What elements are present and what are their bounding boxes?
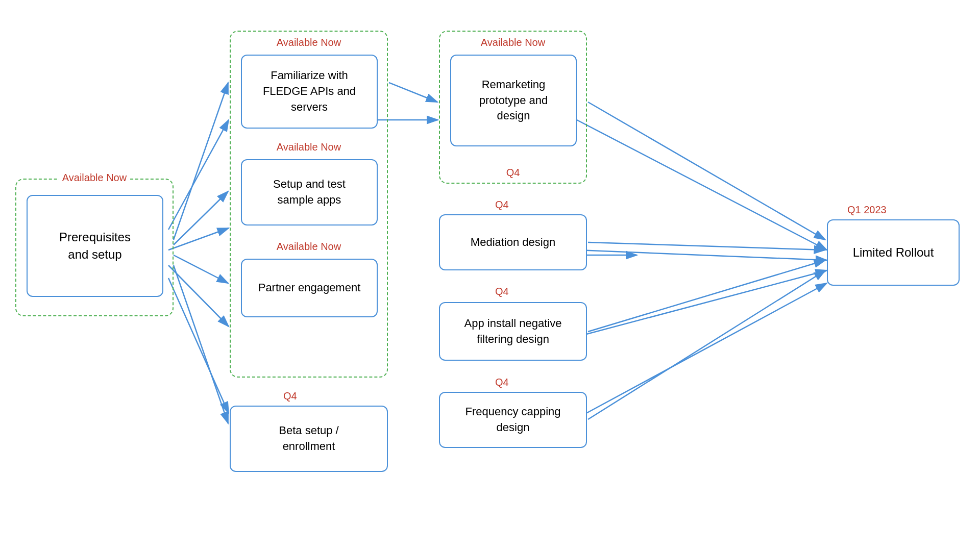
partner-status-label: Available Now bbox=[277, 241, 341, 253]
remarketing-node: Remarketing prototype and design bbox=[450, 55, 577, 146]
limited-rollout-node: Limited Rollout bbox=[827, 219, 960, 286]
mediation-q4-label: Q4 bbox=[495, 199, 509, 211]
remarketing-q4-label: Q4 bbox=[506, 167, 520, 179]
svg-line-20 bbox=[588, 270, 825, 419]
app-install-node: App install negative filtering design bbox=[439, 302, 587, 361]
remarketing-container: Available Now Remarketing prototype and … bbox=[439, 31, 587, 184]
svg-line-13 bbox=[174, 191, 228, 245]
mediation-node: Mediation design bbox=[439, 214, 587, 270]
remarketing-status-label: Available Now bbox=[481, 37, 545, 48]
frequency-node: Frequency capping design bbox=[439, 392, 587, 448]
svg-line-4 bbox=[168, 278, 229, 413]
limited-rollout-q1-label: Q1 2023 bbox=[847, 204, 887, 216]
svg-line-2 bbox=[168, 228, 229, 250]
svg-line-8 bbox=[577, 250, 827, 260]
svg-line-3 bbox=[168, 265, 229, 327]
frequency-q4-label: Q4 bbox=[495, 377, 509, 388]
partner-node: Partner engagement bbox=[241, 259, 378, 317]
app-install-q4-label: Q4 bbox=[495, 286, 509, 297]
middle-group-container: Available Now Familiarize with FLEDGE AP… bbox=[230, 31, 388, 378]
beta-status-label: Q4 bbox=[283, 390, 297, 402]
prerequisites-status-label: Available Now bbox=[59, 172, 130, 184]
svg-line-15 bbox=[174, 265, 228, 423]
svg-line-18 bbox=[588, 242, 825, 250]
svg-line-16 bbox=[389, 83, 437, 102]
familiarize-node: Familiarize with FLEDGE APIs and servers bbox=[241, 55, 378, 129]
svg-line-9 bbox=[577, 270, 827, 337]
svg-line-14 bbox=[174, 255, 228, 283]
prerequisites-container: Available Now Prerequisites and setup bbox=[15, 179, 174, 316]
svg-line-12 bbox=[174, 83, 228, 240]
familiarize-status-label: Available Now bbox=[277, 37, 341, 48]
svg-line-10 bbox=[577, 283, 827, 418]
beta-node: Beta setup / enrollment bbox=[230, 406, 388, 472]
prerequisites-node: Prerequisites and setup bbox=[27, 195, 163, 297]
svg-line-7 bbox=[577, 120, 827, 250]
svg-line-19 bbox=[588, 260, 825, 332]
svg-line-17 bbox=[588, 102, 825, 240]
setup-test-node: Setup and test sample apps bbox=[241, 159, 378, 226]
setup-status-label: Available Now bbox=[277, 141, 341, 153]
svg-line-1 bbox=[168, 120, 229, 230]
